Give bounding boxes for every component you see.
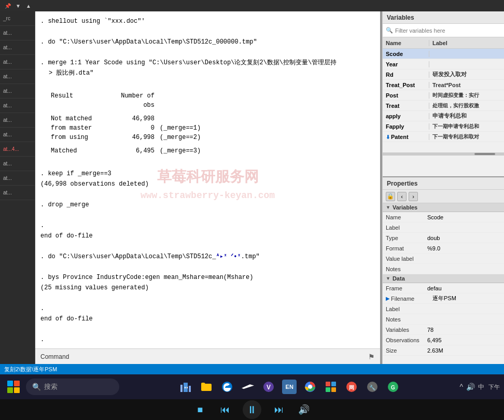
var-scroll-thumb[interactable] bbox=[383, 152, 504, 156]
props-forward-button[interactable]: › bbox=[409, 192, 418, 201]
win-quad-2 bbox=[14, 381, 20, 386]
sidebar-item-at7[interactable]: at... bbox=[0, 113, 35, 128]
var-row-rd[interactable]: Rd 研发投入取对 bbox=[383, 69, 504, 80]
var-row-scode[interactable]: Scode bbox=[383, 49, 504, 59]
media-stop-button[interactable]: ■ bbox=[193, 402, 207, 417]
props-variables-count-val: 78 bbox=[427, 327, 501, 333]
var-row-treat[interactable]: Treat 处理组，实行股权激 bbox=[383, 101, 504, 111]
svg-rect-11 bbox=[331, 382, 336, 386]
props-label-row: Label bbox=[383, 222, 504, 233]
filter-icon: 🔍 bbox=[386, 27, 393, 34]
title-icon-pin: 📌 bbox=[4, 2, 11, 9]
command-label: Command bbox=[40, 353, 368, 360]
taskbar-icon-v[interactable]: V bbox=[259, 377, 278, 396]
media-next-button[interactable]: ⏭ bbox=[272, 402, 286, 417]
sidebar-item-1[interactable]: _rc bbox=[0, 11, 35, 26]
app-container: 📌 ▼ ▲ _rc at... at... at... at... at... … bbox=[0, 0, 504, 420]
taskbar-icon-folder[interactable] bbox=[197, 377, 216, 396]
taskbar-icon-en[interactable]: EN bbox=[280, 377, 299, 396]
time-text: 下午 bbox=[488, 383, 500, 391]
taskbar-icon-grid[interactable] bbox=[321, 377, 340, 396]
var-row-patent[interactable]: ⬇Patent 下一期专利总和取对 bbox=[383, 132, 504, 142]
sidebar-item-at4[interactable]: at... bbox=[0, 69, 35, 84]
console-line-bys: . bys Province IndustryCode:egen mean_Ms… bbox=[40, 273, 375, 282]
console-line-dot3: . bbox=[40, 335, 375, 344]
var-row-post[interactable]: Post 时间虚拟变量：实行 bbox=[383, 90, 504, 101]
var-label-fapply: 下一期申请专利总和 bbox=[429, 123, 504, 130]
taskbar-icon-chrome[interactable] bbox=[301, 377, 319, 396]
var-row-year[interactable]: Year bbox=[383, 59, 504, 69]
props-valuelabel-key: Value label bbox=[386, 256, 427, 262]
sidebar-item-at1[interactable]: at... bbox=[0, 26, 35, 40]
console-line-do1: . do "C:\Users\user\AppData\Local\Temp\S… bbox=[40, 37, 375, 47]
props-format-val: %9.0 bbox=[427, 245, 501, 251]
sidebar-item-at12[interactable]: at... bbox=[0, 186, 35, 200]
var-label-post: 时间虚拟变量：实行 bbox=[429, 92, 504, 99]
props-back-button[interactable]: ‹ bbox=[397, 192, 407, 201]
taskbar-time[interactable]: 下午 bbox=[488, 383, 500, 391]
props-content[interactable]: ▼ Variables Name Scode Label Type doub bbox=[383, 203, 504, 364]
sidebar-item-at9[interactable]: at... 4... bbox=[0, 142, 35, 157]
svg-text:V: V bbox=[267, 384, 271, 391]
var-row-treat-post[interactable]: Treat_Post Treat*Post bbox=[383, 80, 504, 90]
console-blank-3 bbox=[40, 79, 375, 88]
result-matched-val: 6,495 bbox=[113, 146, 155, 156]
props-name-key: Name bbox=[386, 214, 427, 220]
props-datalabel-row: Label bbox=[383, 304, 504, 314]
media-volume-button[interactable]: 🔊 bbox=[297, 402, 311, 417]
props-lock-button[interactable]: 🔒 bbox=[386, 192, 395, 201]
result-header-row: Result Number of obs bbox=[51, 91, 375, 110]
props-variables-count-row: Variables 78 bbox=[383, 325, 504, 335]
var-row-fapply[interactable]: Fapply 下一期申请专利总和 bbox=[383, 121, 504, 132]
sidebar-item-at3[interactable]: at... bbox=[0, 55, 35, 69]
result-matched: Matched 6,495 (_merge==3) bbox=[51, 146, 375, 156]
media-prev-button[interactable]: ⏮ bbox=[218, 402, 232, 417]
result-col2-header: Number of obs bbox=[113, 91, 155, 110]
taskbar-icon-edge[interactable] bbox=[218, 377, 236, 396]
props-size-row: Size 2.63M bbox=[383, 345, 504, 356]
var-row-apply[interactable]: apply 申请专利总和 bbox=[383, 111, 504, 121]
console-output[interactable]: 草莓科研服务网 www.strawberry-keyan.com . shell… bbox=[35, 11, 380, 348]
props-data-notes-row: Notes bbox=[383, 314, 504, 325]
sidebar-item-at6[interactable]: at... bbox=[0, 99, 35, 113]
props-size-key: Size bbox=[386, 347, 427, 354]
status-text: 复刻2\数据\逐年PSM bbox=[4, 366, 57, 373]
var-label-rd: 研发投入取对 bbox=[429, 71, 504, 78]
props-filename-val: 逐年PSM bbox=[432, 295, 501, 302]
console-blank-5 bbox=[40, 190, 375, 199]
sidebar-item-at5[interactable]: at... bbox=[0, 84, 35, 99]
taskbar-icon-green[interactable]: G bbox=[384, 377, 402, 396]
sidebar-item-at8[interactable]: at... bbox=[0, 128, 35, 142]
sys-sound-icon[interactable]: 🔊 bbox=[466, 383, 475, 391]
var-name-treat-post: Treat_Post bbox=[383, 82, 429, 88]
media-pause-button[interactable]: ⏸ bbox=[243, 400, 261, 419]
var-table-header: Name Label bbox=[383, 37, 504, 49]
command-bar: Command ⚑ bbox=[35, 348, 380, 364]
sidebar-item-at10[interactable]: at... bbox=[0, 157, 35, 171]
taskbar-icon-city[interactable] bbox=[176, 377, 195, 396]
en-badge: EN bbox=[282, 380, 297, 394]
filter-input[interactable] bbox=[395, 27, 501, 34]
sys-lang-text[interactable]: 中 bbox=[478, 383, 484, 391]
sidebar-item-at2[interactable]: at... bbox=[0, 40, 35, 55]
taskbar-icon-nike[interactable] bbox=[239, 377, 257, 396]
svg-rect-4 bbox=[187, 387, 188, 388]
taskbar: 🔍 搜索 V EN bbox=[0, 374, 504, 399]
svg-point-9 bbox=[308, 385, 312, 389]
taskbar-icon-red[interactable]: 网 bbox=[342, 377, 361, 396]
console-blank-7 bbox=[40, 242, 375, 251]
sys-caret-icon[interactable]: ^ bbox=[459, 383, 463, 391]
result-master-merge: (_merge==1) bbox=[155, 123, 217, 133]
windows-start-button[interactable] bbox=[4, 377, 23, 396]
var-scroll-container[interactable]: Scode Year Rd 研发投入取对 Treat_Post Treat*Po… bbox=[383, 49, 504, 152]
taskbar-search[interactable]: 🔍 搜索 bbox=[26, 379, 119, 395]
sidebar-item-at11[interactable]: at... bbox=[0, 171, 35, 186]
taskbar-icon-tool[interactable]: 🔧 bbox=[363, 377, 382, 396]
svg-text:网: 网 bbox=[349, 385, 354, 390]
console-blank-9 bbox=[40, 293, 375, 303]
win-quad-3 bbox=[7, 387, 13, 393]
console-line-shellout: . shellout using `"xxx.doc"' bbox=[40, 17, 375, 26]
variables-section-header: Variables bbox=[383, 11, 504, 24]
var-name-post: Post bbox=[383, 92, 429, 99]
win-quad-1 bbox=[7, 381, 13, 386]
